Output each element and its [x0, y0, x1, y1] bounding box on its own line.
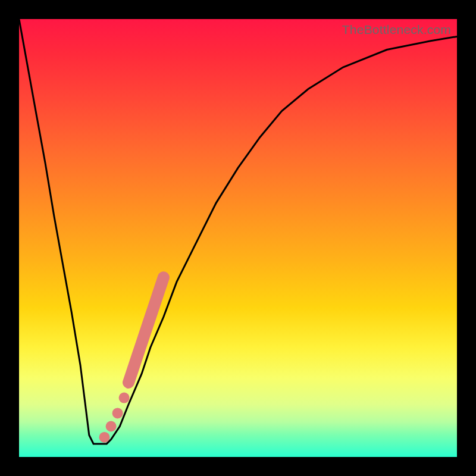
chart-svg [19, 19, 457, 457]
highlight-dot [106, 421, 117, 432]
highlight-dot [119, 393, 130, 403]
chart-frame: TheBottleneck.com [0, 0, 476, 476]
plot-area: TheBottleneck.com [19, 19, 457, 457]
highlight-dot [99, 432, 110, 443]
highlight-dot [112, 408, 123, 418]
highlight-dots [99, 277, 164, 443]
bottleneck-curve-path [19, 19, 457, 444]
